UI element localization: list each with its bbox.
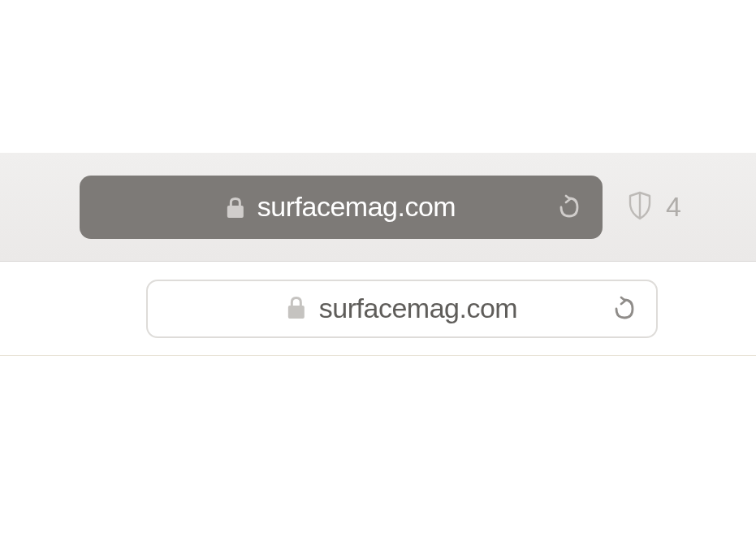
address-bar-light[interactable]: surfacemag.com [146, 280, 658, 338]
tracker-count: 4 [666, 191, 681, 223]
lock-icon [287, 295, 306, 323]
reload-button-light[interactable] [612, 295, 637, 323]
lock-icon [227, 196, 244, 219]
address-bar-dark[interactable]: surfacemag.com [80, 176, 603, 239]
address-center: surfacemag.com [227, 191, 456, 223]
domain-text-light: surfacemag.com [319, 293, 517, 324]
browser-toolbar: surfacemag.com 4 [0, 153, 756, 262]
address-center-light: surfacemag.com [287, 293, 517, 324]
reload-button-dark[interactable] [557, 193, 581, 221]
domain-text-dark: surfacemag.com [257, 191, 456, 223]
shield-icon [627, 190, 653, 224]
content-toolbar: surfacemag.com [0, 262, 756, 356]
tracker-section[interactable]: 4 [627, 190, 681, 224]
